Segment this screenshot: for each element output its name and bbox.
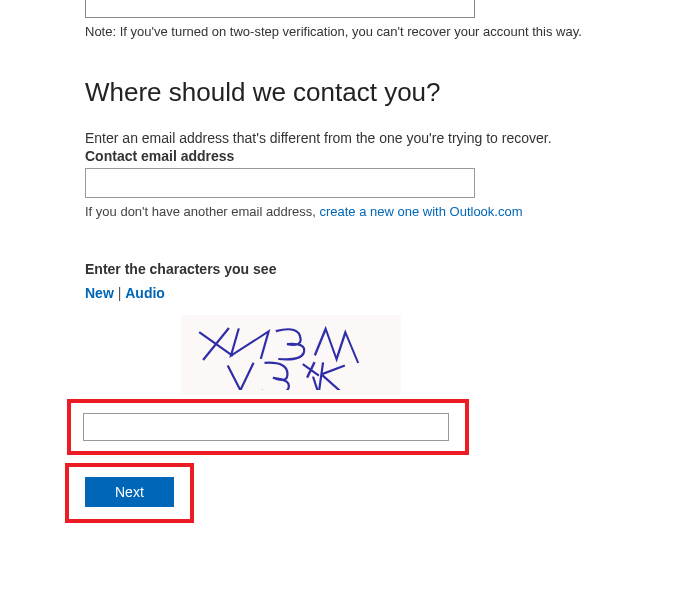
- captcha-input-highlight: [67, 399, 469, 455]
- no-email-help-text: If you don't have another email address,: [85, 204, 319, 219]
- captcha-image: [181, 315, 401, 395]
- captcha-new-link[interactable]: New: [85, 285, 114, 301]
- next-button-highlight: Next: [65, 463, 194, 523]
- captcha-input[interactable]: [83, 413, 449, 441]
- contact-email-input[interactable]: [85, 168, 475, 198]
- previous-input-bottom-edge: [85, 0, 475, 18]
- two-step-note: Note: If you've turned on two-step verif…: [85, 24, 646, 39]
- captcha-label: Enter the characters you see: [85, 261, 646, 277]
- contact-instruction: Enter an email address that's different …: [85, 130, 646, 146]
- captcha-audio-link[interactable]: Audio: [125, 285, 165, 301]
- no-email-help: If you don't have another email address,…: [85, 204, 646, 219]
- next-button[interactable]: Next: [85, 477, 174, 507]
- contact-email-label: Contact email address: [85, 148, 646, 164]
- captcha-links: New | Audio: [85, 285, 646, 301]
- create-outlook-link[interactable]: create a new one with Outlook.com: [319, 204, 522, 219]
- captcha-link-separator: |: [114, 285, 125, 301]
- section-heading: Where should we contact you?: [85, 77, 646, 108]
